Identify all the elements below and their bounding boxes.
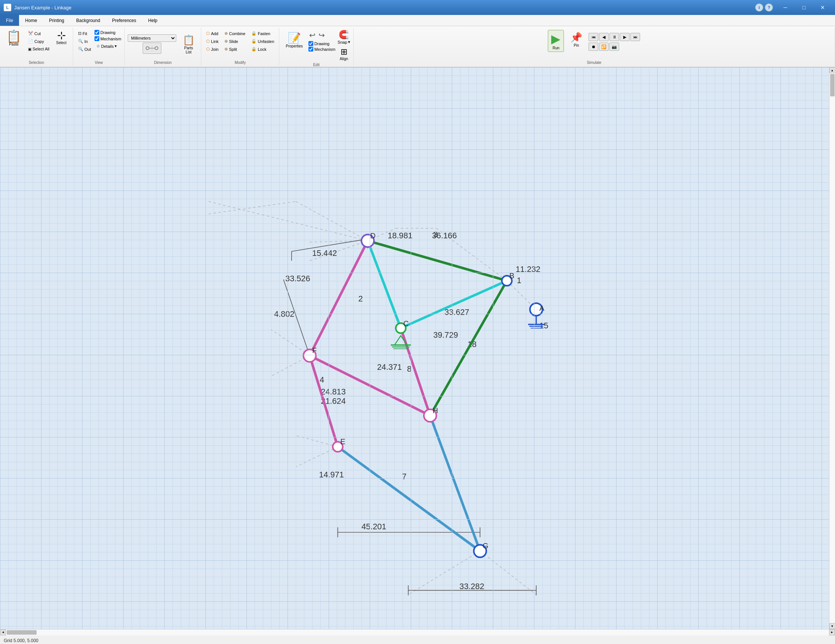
menu-bar: File Home Printing Background Preference… xyxy=(0,15,835,26)
svg-line-17 xyxy=(310,241,367,242)
mechanism-checkbox-view[interactable]: Mechanism xyxy=(94,36,121,41)
join-button[interactable]: ⬡ Join xyxy=(204,46,220,53)
svg-text:A: A xyxy=(539,304,544,312)
horizontal-scrollbar[interactable]: ◄ ► xyxy=(0,629,835,635)
cut-button[interactable]: ✂️ Cut xyxy=(26,30,51,37)
fit-button[interactable]: ⊡ Fit xyxy=(76,30,93,37)
svg-text:11.232: 11.232 xyxy=(516,265,540,274)
minimize-button[interactable]: ─ xyxy=(777,2,794,13)
vertical-scrollbar[interactable]: ▲ ▼ xyxy=(829,67,835,629)
unfasten-button[interactable]: 🔓 Unfasten xyxy=(249,38,276,45)
add-icon: ⬡ xyxy=(206,31,210,36)
help-icon-question[interactable]: ? xyxy=(765,3,773,11)
link-button[interactable]: ⬡ Link xyxy=(204,38,220,45)
copy-button[interactable]: 📄 Copy xyxy=(26,38,51,45)
help-icon-info[interactable]: i xyxy=(755,3,763,11)
mechanism-checkbox-edit[interactable]: Mechanism xyxy=(309,47,335,52)
scroll-left-button[interactable]: ◄ xyxy=(0,629,6,636)
run-icon: ▶ xyxy=(551,32,560,46)
scroll-right-button[interactable]: ► xyxy=(829,629,835,636)
pin-icon: 📌 xyxy=(570,32,582,43)
maximize-button[interactable]: □ xyxy=(795,2,812,13)
modify-group-label: Modify xyxy=(234,60,245,65)
unfasten-icon: 🔓 xyxy=(251,39,257,44)
canvas-area[interactable]: 15.442 33.526 4.802 18.981 36.166 11.232… xyxy=(0,67,829,629)
loop-button[interactable]: 🔁 xyxy=(599,42,609,51)
svg-line-11 xyxy=(296,436,338,447)
svg-text:33.282: 33.282 xyxy=(459,582,484,591)
menu-tab-preferences[interactable]: Preferences xyxy=(106,15,142,26)
menu-tab-help[interactable]: Help xyxy=(142,15,164,26)
menu-tab-file[interactable]: File xyxy=(0,15,19,26)
svg-text:39.729: 39.729 xyxy=(433,330,458,340)
svg-text:24.813: 24.813 xyxy=(321,387,345,396)
svg-line-6 xyxy=(296,201,367,241)
select-button[interactable]: ⊹ Select xyxy=(53,28,70,47)
transport-next-button[interactable]: ▶ xyxy=(620,33,630,41)
undo-button[interactable]: ↩ xyxy=(309,30,316,40)
details-icon: ☆ xyxy=(96,44,100,49)
parts-list-button[interactable]: 📋 Parts List xyxy=(179,33,198,56)
window-title: Jansen Example - Linkage xyxy=(14,5,755,10)
canvas-wrapper: 15.442 33.526 4.802 18.981 36.166 11.232… xyxy=(0,67,835,629)
add-button[interactable]: ⬡ Add xyxy=(204,30,220,37)
copy-icon: 📄 xyxy=(28,39,33,44)
svg-text:G: G xyxy=(482,542,489,550)
svg-point-0 xyxy=(146,47,149,50)
svg-text:1: 1 xyxy=(517,276,521,285)
select-all-button[interactable]: ▣ Select All xyxy=(26,46,51,52)
details-button[interactable]: ☆ Details ▾ xyxy=(94,42,121,50)
screenshot-button[interactable]: 📷 xyxy=(609,42,619,51)
svg-line-15 xyxy=(480,551,536,595)
transport-play-button[interactable]: ⏸ xyxy=(609,33,619,41)
zoom-in-icon: 🔍 xyxy=(78,39,83,44)
lock-button[interactable]: 🔒 Lock xyxy=(249,46,276,53)
menu-tab-background[interactable]: Background xyxy=(70,15,106,26)
transport-last-button[interactable]: ⏭ xyxy=(630,33,640,41)
properties-button[interactable]: 📝 Properties xyxy=(282,30,306,50)
scroll-up-button[interactable]: ▲ xyxy=(829,67,835,73)
fit-icon: ⊡ xyxy=(78,31,81,36)
run-button[interactable]: ▶ Run xyxy=(548,30,564,52)
fasten-button[interactable]: 🔒 Fasten xyxy=(249,30,276,37)
snap-dropdown[interactable]: Snap ▾ xyxy=(338,40,350,44)
svg-text:B: B xyxy=(509,272,514,280)
transport-first-button[interactable]: ⏮ xyxy=(588,33,598,41)
paste-button[interactable]: 📋 Paste xyxy=(3,28,24,48)
svg-text:4.802: 4.802 xyxy=(274,309,294,319)
h-scroll-thumb[interactable] xyxy=(7,630,37,635)
select-icon: ⊹ xyxy=(57,30,66,41)
title-bar: L Jansen Example - Linkage i ? ─ □ ✕ xyxy=(0,0,835,15)
align-button[interactable]: ⊞ Align xyxy=(338,46,350,62)
status-bar: Grid 5.000, 5.000 xyxy=(0,635,835,644)
pin-button[interactable]: 📌 Pin xyxy=(567,30,586,49)
svg-line-62 xyxy=(430,415,480,551)
scroll-down-button[interactable]: ▼ xyxy=(829,623,835,629)
slide-button[interactable]: ⊕ Slide xyxy=(223,38,247,45)
zoom-out-button[interactable]: 🔍 Out xyxy=(76,46,93,53)
app-icon: L xyxy=(4,4,11,11)
v-scroll-track[interactable] xyxy=(829,73,835,623)
h-scroll-track[interactable] xyxy=(6,629,829,636)
selection-group-label: Selection xyxy=(29,60,44,65)
units-select[interactable]: Millimeters xyxy=(128,34,176,42)
menu-tab-printing[interactable]: Printing xyxy=(43,15,70,26)
ribbon-group-view: ⊡ Fit 🔍 In 🔍 Out Drawing xyxy=(73,28,125,65)
close-button[interactable]: ✕ xyxy=(814,2,831,13)
record-button[interactable]: ⏺ xyxy=(588,42,598,51)
transport-prev-button[interactable]: ◀ xyxy=(599,33,609,41)
properties-icon: 📝 xyxy=(288,32,301,44)
svg-text:3: 3 xyxy=(433,230,438,239)
v-scroll-thumb[interactable] xyxy=(830,74,835,96)
drawing-checkbox-view[interactable]: Drawing xyxy=(94,30,121,35)
grid-status: Grid 5.000, 5.000 xyxy=(4,638,39,643)
zoom-in-button[interactable]: 🔍 In xyxy=(76,38,93,45)
split-button[interactable]: ⊕ Split xyxy=(223,46,247,53)
redo-button[interactable]: ↪ xyxy=(318,30,326,40)
menu-tab-home[interactable]: Home xyxy=(19,15,43,26)
svg-text:4: 4 xyxy=(320,375,324,384)
svg-line-60 xyxy=(430,281,507,416)
combine-button[interactable]: ⊕ Combine xyxy=(223,30,247,37)
svg-line-55 xyxy=(368,241,401,329)
drawing-checkbox-edit[interactable]: Drawing xyxy=(309,41,335,46)
